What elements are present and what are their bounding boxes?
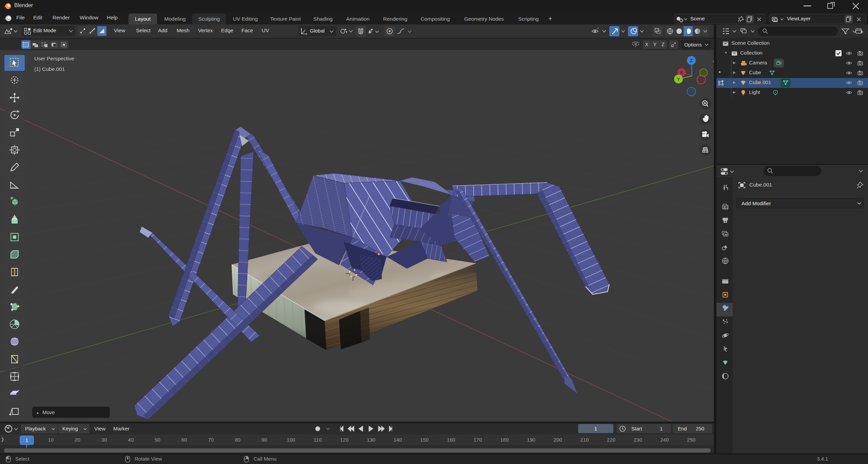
svg-text:Z: Z <box>690 58 693 63</box>
svg-text:X: X <box>680 70 683 75</box>
svg-text:Y: Y <box>677 77 680 82</box>
